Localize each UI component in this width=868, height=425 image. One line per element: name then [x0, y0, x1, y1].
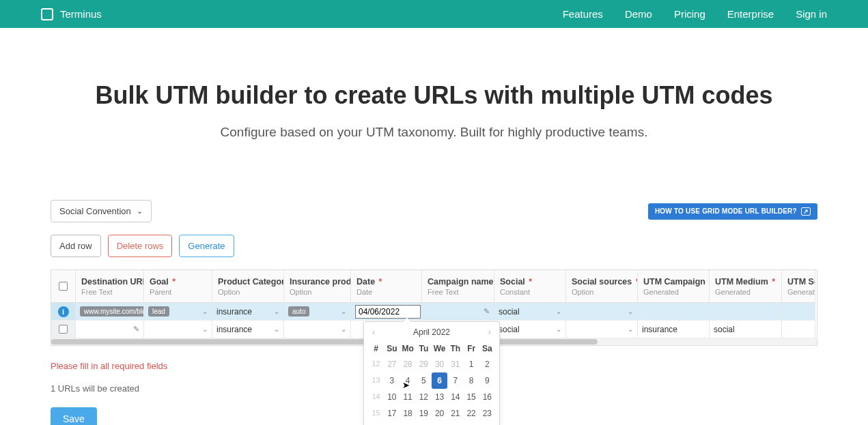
grid-cell[interactable]: ✎ [422, 303, 494, 321]
save-button[interactable]: Save [51, 407, 97, 425]
dp-dow: We [432, 341, 447, 356]
nav-link-enterprise[interactable]: Enterprise [727, 8, 774, 20]
datepicker-next-icon[interactable]: › [488, 327, 491, 337]
dp-dow: Sa [479, 341, 495, 356]
delete-rows-button[interactable]: Delete rows [108, 235, 173, 257]
nav-link-demo[interactable]: Demo [625, 8, 652, 20]
grid-cell[interactable] [782, 303, 815, 321]
column-header: Goal *Parent [144, 270, 212, 303]
column-header: UTM Campaign *Generated [638, 270, 710, 303]
dp-day[interactable]: 5 [416, 372, 432, 389]
dp-day[interactable]: 9 [479, 372, 495, 389]
generate-button[interactable]: Generate [179, 235, 234, 257]
dp-day[interactable]: 23 [479, 405, 495, 422]
dp-day[interactable]: 4 [400, 372, 416, 389]
grid-cell[interactable]: www.mysite.com/blog/ [76, 303, 144, 321]
dp-day[interactable]: 15 [464, 389, 479, 405]
howto-link[interactable]: HOW TO USE GRID MODE URL BUILDER? ↗ [648, 203, 817, 220]
dp-dow: Fr [464, 341, 479, 356]
dp-dow: Su [384, 341, 400, 356]
external-link-icon: ↗ [801, 207, 811, 216]
nav-link-pricing[interactable]: Pricing [674, 8, 705, 20]
chevron-down-icon: ⌄ [628, 325, 633, 333]
dp-day[interactable]: 6 [432, 372, 447, 389]
dp-day[interactable]: 18 [400, 405, 416, 422]
dp-day[interactable]: 17 [384, 405, 400, 422]
convention-dropdown[interactable]: Social Convention ⌄ [51, 200, 152, 222]
nav-link-signin[interactable]: Sign in [796, 8, 827, 20]
row-info-icon[interactable]: i [51, 303, 76, 321]
hero: Bulk UTM builder to create URLs with mul… [0, 81, 868, 140]
date-input[interactable] [355, 305, 421, 319]
info-icon: i [58, 306, 69, 317]
grid-cell[interactable]: social⌄ [494, 303, 566, 321]
grid-cell[interactable]: ⌄ [144, 321, 212, 338]
grid-cell[interactable]: ⌄ [566, 303, 638, 321]
brand[interactable]: Terminus [41, 8, 102, 20]
dp-day[interactable]: 13 [432, 389, 447, 405]
chevron-down-icon: ⌄ [628, 308, 633, 315]
grid-cell[interactable] [710, 303, 782, 321]
dp-day[interactable]: 2 [479, 356, 495, 372]
dp-day[interactable]: 12 [416, 389, 432, 405]
url-chip: www.mysite.com/blog/ [80, 306, 144, 317]
grid-cell[interactable]: ⌄ [284, 321, 351, 338]
builder-panel: Social Convention ⌄ HOW TO USE GRID MODE… [51, 200, 817, 425]
grid-cell[interactable]: social [710, 321, 782, 338]
page-title: Bulk UTM builder to create URLs with mul… [0, 81, 868, 110]
scrollbar-thumb[interactable] [51, 339, 598, 345]
option-chip: lead [148, 306, 169, 317]
chevron-down-icon: ⌄ [556, 325, 561, 333]
convention-label: Social Convention [59, 206, 131, 216]
grid-cell[interactable] [638, 303, 710, 321]
dp-day[interactable]: 11 [400, 389, 416, 405]
column-header: UTM SouGenerated [782, 270, 815, 303]
nav-link-features[interactable]: Features [563, 8, 603, 20]
grid-cell[interactable]: ✎ [76, 321, 144, 338]
dp-day[interactable]: 7 [447, 372, 463, 389]
add-row-button[interactable]: Add row [51, 235, 101, 257]
chevron-down-icon: ⌄ [341, 308, 346, 315]
dp-day[interactable]: 31 [447, 356, 463, 372]
dp-day[interactable]: 22 [464, 405, 479, 422]
column-header: Product Category *Option [212, 270, 284, 303]
dp-day[interactable]: 8 [464, 372, 479, 389]
chevron-down-icon: ⌄ [274, 308, 279, 315]
dp-day[interactable]: 3 [384, 372, 400, 389]
dp-day[interactable]: 30 [432, 356, 447, 372]
dp-day[interactable]: 14 [447, 389, 463, 405]
grid-cell[interactable]: lead⌄ [144, 303, 212, 321]
grid-cell[interactable]: insurance⌄ [212, 321, 284, 338]
dp-day[interactable]: 20 [432, 405, 447, 422]
dp-day[interactable]: 21 [447, 405, 463, 422]
chevron-down-icon: ⌄ [202, 308, 208, 315]
edit-pencil-icon: ✎ [484, 307, 490, 316]
dp-dow: Th [447, 341, 463, 356]
dp-day[interactable]: 19 [416, 405, 432, 422]
chevron-down-icon: ⌄ [202, 325, 208, 333]
dp-day[interactable]: 1 [464, 356, 479, 372]
dp-week-number: 15 [368, 405, 384, 422]
dp-day[interactable]: 10 [384, 389, 400, 405]
dp-day[interactable]: 28 [400, 356, 416, 372]
grid-cell[interactable]: auto⌄ [284, 303, 351, 321]
nav-links: Features Demo Pricing Enterprise Sign in [563, 8, 827, 20]
datepicker-month[interactable]: April 2022 [413, 327, 450, 337]
select-all-checkbox[interactable] [51, 270, 76, 303]
chevron-down-icon: ⌄ [341, 325, 346, 333]
grid-cell[interactable]: social⌄ [494, 321, 566, 338]
page-subtitle: Configure based on your UTM taxonomy. Bu… [0, 125, 868, 140]
dp-day[interactable]: 29 [416, 356, 432, 372]
row-select-checkbox[interactable] [51, 321, 76, 338]
grid-cell[interactable]: insurance [638, 321, 710, 338]
grid-cell[interactable] [782, 321, 815, 338]
brand-logo-icon [41, 8, 53, 20]
grid-cell[interactable]: insurance⌄ [212, 303, 284, 321]
datepicker-popup: ‹ April 2022 › #SuMoTuWeThFrSa1227282930… [363, 321, 500, 425]
datepicker-prev-icon[interactable]: ‹ [372, 327, 375, 337]
dp-day[interactable]: 27 [384, 356, 400, 372]
grid-cell[interactable]: ⌄ [566, 321, 638, 338]
dp-week-number: 14 [368, 389, 384, 405]
column-header: UTM Medium *Generated [710, 270, 782, 303]
dp-day[interactable]: 16 [479, 389, 495, 405]
